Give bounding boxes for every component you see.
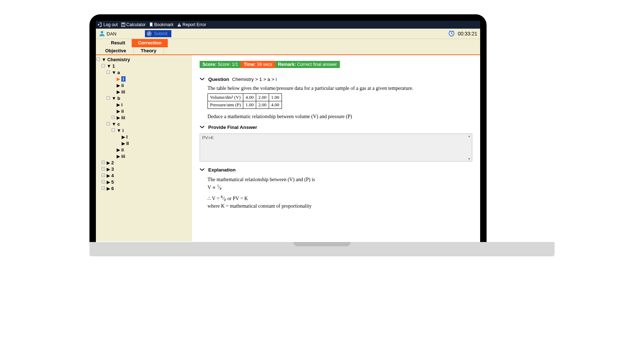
tree-q1-b-i[interactable]: ▶i: [112, 102, 191, 108]
svg-point-6: [123, 26, 124, 26]
check-icon: ✓: [147, 31, 152, 36]
content-pane: Score: Score: 1/1Time: 38 secsRemark: Co…: [192, 55, 480, 241]
explanation-body: The mathematical relationship between (V…: [208, 176, 472, 210]
answer-heading-label: Provide Final Answer: [208, 125, 257, 130]
svg-point-10: [101, 31, 103, 33]
tree-q1-a-iii[interactable]: ▶iii: [112, 89, 191, 95]
tree-q1-b-iii[interactable]: +▶iii: [112, 115, 191, 121]
calculator-label: Calculator: [126, 22, 146, 27]
chevron-down-icon: [200, 125, 205, 130]
top-toolbar: Log out Calculator Bookmark Report Error: [96, 21, 480, 29]
laptop-notch: [293, 242, 351, 246]
scroll-down-icon[interactable]: ▼: [468, 157, 471, 161]
tree-q5[interactable]: +▶5: [102, 179, 191, 185]
chevron-down-icon: [200, 167, 205, 173]
tree-q1-a-i[interactable]: ▶i: [112, 76, 191, 82]
warning-icon: [177, 23, 181, 27]
logout-label: Log out: [103, 22, 118, 27]
tree-q1-c-i-2[interactable]: ▶II: [117, 140, 191, 147]
question-tree: −▼Chemistry −▼1 −▼a ▶i ▶ii ▶iii: [96, 55, 192, 241]
user-icon: [99, 30, 105, 38]
tree-q6[interactable]: +▶6: [102, 185, 191, 192]
tree-q1-c-iii[interactable]: ▶iii: [112, 153, 191, 160]
submit-button[interactable]: ✓ Submit: [145, 30, 171, 37]
svg-rect-8: [179, 24, 179, 25]
svg-point-4: [124, 25, 125, 25]
scroll-up-icon[interactable]: ▲: [468, 134, 471, 138]
tree-q1-a-ii[interactable]: ▶ii: [112, 82, 191, 89]
tab-correction[interactable]: Correction: [132, 39, 168, 47]
tree-q2[interactable]: +▶2: [102, 160, 191, 166]
secondary-tabs: Objective Theory: [96, 47, 480, 55]
tab-objective[interactable]: Objective: [98, 47, 134, 54]
logout-icon: [98, 23, 102, 27]
question-header[interactable]: Question Chemistry > 1 > a > i: [200, 77, 472, 82]
score-bar: Score: Score: 1/1Time: 38 secsRemark: Co…: [200, 61, 340, 68]
question-intro: The table below gives the volume/pressur…: [208, 86, 472, 91]
calculator-link[interactable]: Calculator: [121, 22, 146, 27]
bookmark-icon: [149, 23, 153, 27]
svg-point-2: [122, 25, 123, 25]
calculator-icon: [121, 23, 125, 27]
tree-q3[interactable]: +▶3: [102, 166, 191, 173]
laptop-base: [89, 242, 555, 256]
timer-value: 00:33:21: [458, 31, 478, 37]
svg-point-7: [124, 26, 125, 26]
tree-q1-c-ii[interactable]: ▶ii: [112, 147, 191, 153]
svg-rect-9: [179, 25, 179, 26]
username-label: DAN: [107, 31, 116, 37]
tree-q1-a[interactable]: −▼a ▶i ▶ii ▶iii: [107, 69, 191, 95]
report-error-link[interactable]: Report Error: [177, 22, 206, 27]
tab-result[interactable]: Result: [104, 39, 132, 47]
svg-point-3: [123, 25, 124, 25]
tree-q4[interactable]: +▶4: [102, 173, 191, 179]
tree-subject[interactable]: −▼Chemistry −▼1 −▼a ▶i ▶ii ▶iii: [97, 57, 191, 192]
data-table: Volume/dm³ (V) 4.00 2.00 1.00 Pressure/a…: [208, 93, 282, 109]
tree-q1[interactable]: −▼1 −▼a ▶i ▶ii ▶iii: [102, 63, 191, 160]
explanation-heading-label: Explanation: [208, 167, 236, 173]
tab-theory[interactable]: Theory: [134, 47, 164, 55]
tree-q1-c-i[interactable]: −▼i ▶I ▶II: [112, 127, 191, 147]
question-instruction: Deduce a mathematic relationship between…: [208, 114, 472, 120]
tree-q1-c-i-1[interactable]: ▶I: [117, 134, 191, 140]
bookmark-link[interactable]: Bookmark: [149, 22, 174, 27]
answer-value: PV=K: [202, 135, 214, 140]
question-breadcrumb: Chemistry > 1 > a > i: [232, 77, 277, 82]
user-bar: DAN ✓ Submit 00:33:21: [96, 29, 480, 39]
clock-icon: [448, 30, 455, 38]
bookmark-label: Bookmark: [154, 22, 174, 27]
tree-q1-c[interactable]: −▼c −▼i ▶I ▶II: [107, 121, 191, 160]
explanation-header[interactable]: Explanation: [200, 167, 472, 173]
tree-q1-b[interactable]: −▼b ▶i ▶ii +▶iii: [107, 95, 191, 121]
logout-link[interactable]: Log out: [98, 22, 118, 27]
laptop-frame: Log out Calculator Bookmark Report Error: [89, 14, 487, 243]
answer-header[interactable]: Provide Final Answer: [200, 125, 472, 130]
chevron-down-icon: [200, 77, 205, 82]
submit-label: Submit: [154, 31, 167, 36]
primary-tabs: Result Correction: [96, 39, 480, 47]
tree-q1-b-ii[interactable]: ▶ii: [112, 108, 191, 115]
svg-rect-1: [122, 23, 125, 24]
report-error-label: Report Error: [182, 22, 206, 27]
svg-point-5: [122, 26, 123, 26]
question-heading-label: Question: [208, 77, 229, 82]
answer-textarea[interactable]: PV=K: [200, 134, 472, 161]
app-screen: Log out Calculator Bookmark Report Error: [96, 21, 480, 243]
